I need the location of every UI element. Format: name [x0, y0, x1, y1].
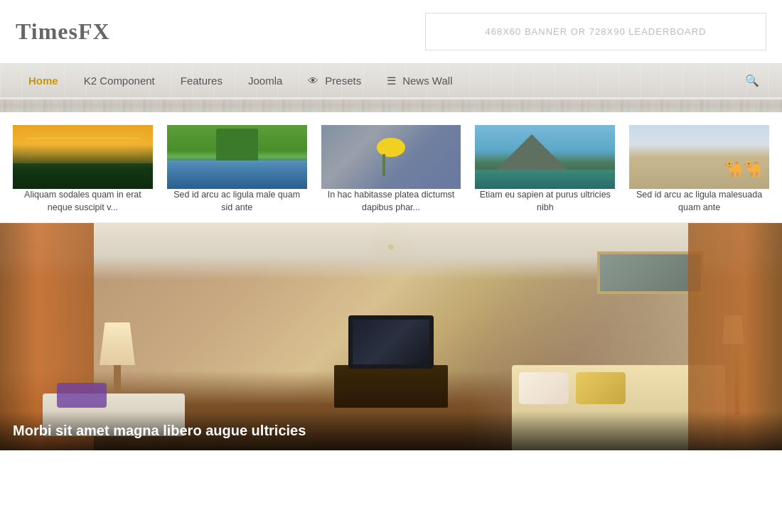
article-image-1: [13, 125, 153, 189]
ceiling-light: [388, 244, 394, 250]
floor-lamp-right: [735, 344, 739, 415]
tv: [348, 315, 434, 369]
hero-title: Morbi sit amet magna libero augue ultric…: [13, 423, 769, 439]
article-card-3[interactable]: In hac habitasse platea dictumst dapibus…: [314, 125, 468, 214]
article-card-5[interactable]: Sed id arcu ac ligula malesuada quam ant…: [622, 125, 769, 214]
hamburger-icon: ☰: [387, 75, 396, 87]
nav-newswall-label: News Wall: [402, 75, 452, 87]
nav-item-home[interactable]: Home: [16, 65, 71, 97]
pillow-1: [519, 372, 569, 404]
nav-joomla-label: Joomla: [248, 75, 282, 87]
nav-item-joomla[interactable]: Joomla: [235, 65, 295, 97]
nav-item-k2[interactable]: K2 Component: [71, 65, 168, 97]
search-button[interactable]: 🔍: [738, 64, 766, 97]
article-card-2[interactable]: Sed id arcu ac ligula male quam sid ante: [160, 125, 314, 214]
banner-text: 468x60 BANNER or 728x90 LEADERBOARD: [485, 26, 706, 37]
lampshade: [100, 322, 135, 365]
tv-screen: [353, 320, 429, 364]
article-card-1[interactable]: Aliquam sodales quam in erat neque susci…: [13, 125, 160, 214]
wall-picture: [597, 251, 704, 294]
navigation: Home K2 Component Features Joomla 👁 Pres…: [0, 63, 782, 99]
banner-ad: 468x60 BANNER or 728x90 LEADERBOARD: [425, 13, 766, 50]
article-image-2: [167, 125, 307, 189]
search-icon: 🔍: [745, 75, 759, 87]
article-title-2: Sed id arcu ac ligula male quam sid ante: [167, 189, 307, 214]
floor-lamp-right-shade: [722, 315, 744, 344]
nav-item-newswall[interactable]: ☰ News Wall: [374, 65, 465, 97]
hero-section[interactable]: 🌸🌷 Morbi sit amet magna libero augue ult…: [0, 223, 782, 450]
nav-item-presets[interactable]: 👁 Presets: [295, 65, 374, 97]
wood-texture-strip: [0, 99, 782, 112]
nav-home-label: Home: [28, 75, 58, 87]
article-title-3: In hac habitasse platea dictumst dapibus…: [321, 189, 461, 214]
articles-strip: Aliquam sodales quam in erat neque susci…: [0, 112, 782, 223]
pillow-2: [576, 372, 626, 404]
nav-features-label: Features: [181, 75, 223, 87]
article-card-4[interactable]: Etiam eu sapien at purus ultricies nibh: [468, 125, 622, 214]
tv-stand: [334, 365, 448, 408]
nav-item-features[interactable]: Features: [168, 65, 235, 97]
logo[interactable]: TimesFX: [16, 18, 110, 45]
nav-k2-label: K2 Component: [84, 75, 155, 87]
logo-text: TimesFX: [16, 18, 110, 44]
header: TimesFX 468x60 BANNER or 728x90 LEADERBO…: [0, 0, 782, 63]
sofa-cushion: [57, 383, 107, 408]
article-title-5: Sed id arcu ac ligula malesuada quam ant…: [629, 189, 769, 214]
article-image-5: [629, 125, 769, 189]
hero-overlay: Morbi sit amet magna libero augue ultric…: [0, 411, 782, 450]
eye-icon: 👁: [308, 75, 318, 87]
article-image-3: [321, 125, 461, 189]
nav-presets-label: Presets: [325, 75, 361, 87]
tv-furniture: [320, 315, 462, 408]
article-title-1: Aliquam sodales quam in erat neque susci…: [13, 189, 153, 214]
article-image-4: [475, 125, 615, 189]
article-title-4: Etiam eu sapien at purus ultricies nibh: [475, 189, 615, 214]
